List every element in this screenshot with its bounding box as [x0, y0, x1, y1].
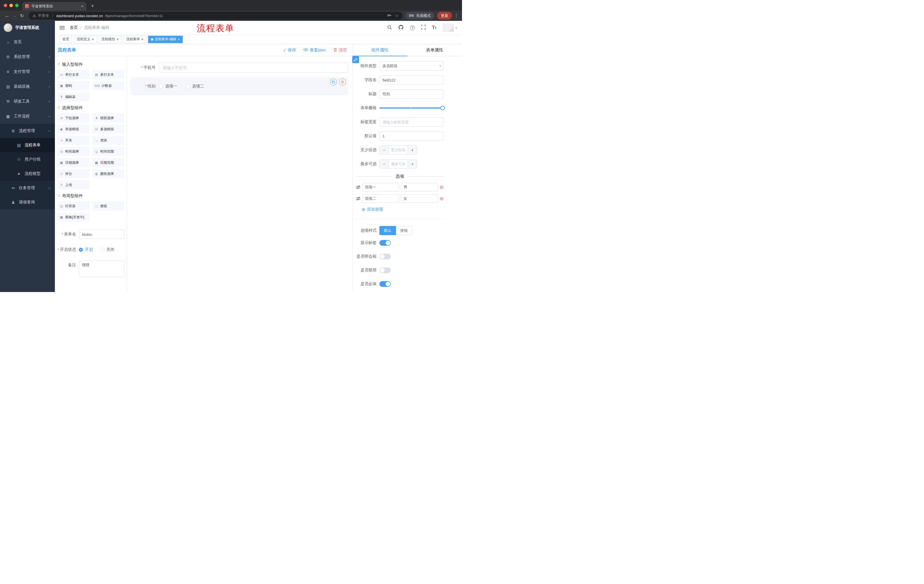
max-select-stepper[interactable]: − 最多可选 + [380, 160, 417, 169]
border-switch[interactable] [380, 254, 391, 260]
form-grid-slider[interactable] [380, 104, 444, 113]
address-bar[interactable]: ⚠ 不安全 dashboard.yudao.iocoder.cn/bpm/man… [29, 12, 403, 20]
new-tab-button[interactable]: + [91, 3, 94, 8]
tab-close-icon[interactable]: × [81, 4, 84, 8]
help-icon[interactable]: ? [410, 25, 415, 30]
clear-button[interactable]: 清空 [333, 48, 347, 53]
required-switch[interactable] [380, 281, 391, 287]
chip-radio-group[interactable]: ◉单选框组 [57, 125, 89, 134]
show-label-switch[interactable] [380, 240, 391, 246]
chip-checkbox-group[interactable]: ☑多选框组 [92, 125, 125, 134]
window-close-button[interactable] [4, 4, 7, 7]
security-warning-label[interactable]: 不安全 [38, 13, 49, 18]
drag-handle-icon[interactable] [356, 197, 361, 201]
component-type-value[interactable] [380, 61, 444, 71]
status-radio-on[interactable]: 开启 [79, 247, 93, 252]
form-canvas[interactable]: * 手机号 [127, 56, 352, 292]
sidebar-item-user-group[interactable]: ⚇ 用户分组 [0, 152, 55, 166]
option-value-input[interactable] [401, 194, 438, 203]
min-select-stepper[interactable]: − 至少应选 + [380, 145, 417, 155]
chip-button[interactable]: □按钮 [92, 201, 125, 211]
back-button[interactable]: ← [3, 13, 11, 18]
sidebar-logo[interactable]: 芋道管理系统 [0, 21, 55, 35]
remark-textarea[interactable] [79, 261, 124, 277]
add-option-button[interactable]: ⊕ 添加选项 [361, 207, 444, 212]
slider-handle[interactable] [440, 106, 445, 110]
tag-close-icon[interactable]: × [117, 38, 119, 41]
sidebar-item-workflow[interactable]: ▦ 工作流程 ∧ [0, 109, 55, 124]
chip-date-picker[interactable]: ▦日期选择 [57, 158, 89, 167]
save-button[interactable]: ✓ 保存 [283, 48, 296, 53]
tab-process-form[interactable]: 流程表单 × [123, 36, 146, 43]
tag-close-icon[interactable]: × [141, 38, 144, 41]
sidebar-item-devtools[interactable]: ⚒ 研发工具 ∨ [0, 94, 55, 109]
chip-password[interactable]: ▣密码 [57, 81, 89, 90]
chip-single-line-text[interactable]: ▭单行文本 [57, 70, 89, 79]
chip-rate[interactable]: ☆评分 [57, 169, 89, 178]
user-menu[interactable]: ▾ [443, 24, 457, 32]
tab-process-definition[interactable]: 流程定义 × [74, 36, 97, 43]
tab-process-form-edit[interactable]: 流程表单-编辑 × [148, 36, 183, 43]
remove-option-icon[interactable]: ⊖ [440, 185, 444, 190]
min-select-placeholder[interactable]: 至少应选 [389, 146, 408, 154]
sidebar-item-leave-query[interactable]: ♟ 请假查询 [0, 195, 55, 209]
option-value-input[interactable] [401, 183, 438, 191]
chip-time-range[interactable]: ◶时间范围 [92, 147, 125, 156]
chip-select[interactable]: ⊙下拉选择 [57, 114, 89, 123]
stepper-increase-button[interactable]: + [408, 146, 417, 154]
copy-component-button[interactable] [330, 79, 337, 86]
search-icon[interactable] [387, 25, 392, 31]
chip-editor[interactable]: ¶编辑器 [57, 92, 89, 102]
sidebar-item-payment[interactable]: ¥ 支付管理 ∨ [0, 64, 55, 79]
browser-menu-button[interactable]: ⋮ [454, 13, 459, 18]
hamburger-icon[interactable] [59, 26, 64, 30]
form-name-input[interactable] [79, 230, 124, 239]
stepper-decrease-button[interactable]: − [380, 160, 389, 168]
chip-date-range[interactable]: ▩日期范围 [92, 158, 125, 167]
github-icon[interactable] [398, 25, 404, 31]
user-avatar[interactable] [443, 24, 454, 32]
sidebar-item-process-model[interactable]: ➤ 流程模型 [0, 166, 55, 181]
title-input[interactable] [380, 89, 444, 99]
sidebar-item-process-mgmt[interactable]: ≣ 流程管理 ∧ [0, 124, 55, 138]
default-value-input[interactable] [380, 132, 444, 141]
label-width-input[interactable] [380, 117, 444, 127]
bookmark-star-icon[interactable]: ☆ [395, 14, 399, 18]
tab-home[interactable]: 首页 [59, 36, 72, 43]
phone-input[interactable] [159, 63, 348, 73]
sidebar-item-infrastructure[interactable]: ▤ 基础设施 ∨ [0, 79, 55, 94]
view-json-button[interactable]: 查看json [303, 48, 326, 53]
component-type-select[interactable]: ▾ [380, 61, 444, 71]
chip-textarea[interactable]: ▤多行文本 [92, 70, 125, 79]
disabled-switch[interactable] [380, 267, 391, 273]
gender-option-2-checkbox[interactable]: 选项二 [186, 84, 204, 89]
window-minimize-button[interactable] [10, 4, 13, 7]
max-select-placeholder[interactable]: 最多可选 [389, 160, 408, 168]
chip-switch[interactable]: ◑开关 [57, 136, 89, 145]
gender-field-row-selected[interactable]: * 性别 选项一 [130, 77, 348, 95]
chip-counter[interactable]: 123计数器 [92, 81, 125, 90]
style-default-button[interactable]: 默认 [380, 226, 396, 235]
breadcrumb-home[interactable]: 首页 [70, 25, 78, 30]
chip-row-container[interactable]: ◫行容器 [57, 201, 89, 211]
stepper-increase-button[interactable]: + [408, 160, 417, 168]
chip-time-picker[interactable]: ◷时间选择 [57, 147, 89, 156]
field-name-input[interactable] [380, 76, 444, 85]
chip-table[interactable]: ▦表格[开发中] [57, 212, 89, 222]
sidebar-item-system[interactable]: ⚙ 系统管理 ∨ [0, 49, 55, 64]
option-name-input[interactable] [362, 183, 399, 191]
sidebar-item-home[interactable]: ⌂ 首页 [0, 35, 55, 49]
font-size-icon[interactable]: TT [432, 25, 437, 30]
option-name-input[interactable] [362, 194, 399, 203]
forward-button[interactable]: → [11, 13, 18, 18]
chip-cascader[interactable]: ⋔级联选择 [92, 114, 125, 123]
tag-close-icon[interactable]: × [178, 38, 180, 41]
chip-slider[interactable]: ↔滑块 [92, 136, 125, 145]
chip-color-picker[interactable]: ◍颜色选择 [92, 169, 125, 178]
window-zoom-button[interactable] [15, 4, 18, 7]
browser-tab[interactable]: 芋道管理系统 × [22, 2, 86, 11]
fullscreen-icon[interactable] [421, 25, 426, 31]
gender-option-1-checkbox[interactable]: 选项一 [159, 84, 177, 89]
reload-button[interactable]: ↻ [18, 13, 26, 18]
drag-handle-icon[interactable] [356, 185, 361, 189]
